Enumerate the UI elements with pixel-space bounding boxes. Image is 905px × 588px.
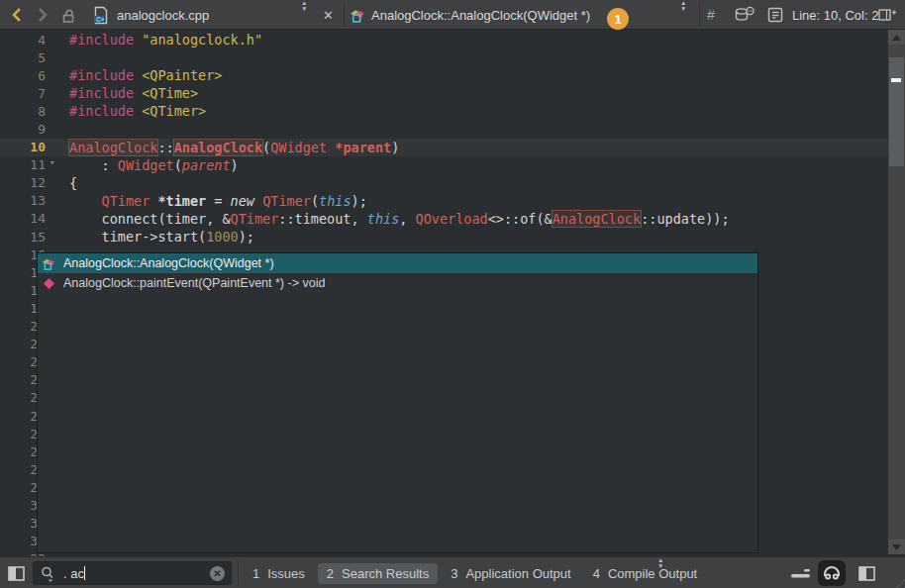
pane-button-compile-output[interactable]: 4Compile Output	[584, 563, 707, 584]
lock-button[interactable]	[60, 0, 77, 30]
macro-button[interactable]	[734, 0, 755, 30]
code-line[interactable]: 8#include <QTimer>	[0, 102, 888, 120]
split-icon	[878, 7, 896, 23]
back-button[interactable]	[10, 0, 24, 30]
document-properties-icon	[767, 7, 783, 23]
line-number[interactable]: 5	[0, 50, 46, 65]
line-number[interactable]: 4	[0, 33, 46, 48]
code-text: #include <QPainter>	[69, 67, 222, 83]
text-caret	[84, 566, 85, 580]
pane-number: 3	[451, 566, 457, 581]
pane-button-issues[interactable]: 1Issues	[244, 563, 314, 584]
status-bar: . ac ✕ 1Issues2Search Results3Applicatio…	[0, 556, 905, 588]
line-number[interactable]: 15	[0, 230, 46, 245]
clear-locator-button[interactable]: ✕	[210, 566, 225, 581]
hide-bottom-pane-button[interactable]	[791, 557, 811, 588]
pane-label: Search Results	[342, 566, 429, 581]
caret-down-icon: ▼	[680, 6, 686, 11]
code-line[interactable]: 14 connect(timer, &QTimer::timeout, this…	[0, 210, 888, 228]
code-line[interactable]: 9	[0, 120, 888, 138]
code-text: AnalogClock::AnalogClock(QWidget *parent…	[69, 140, 399, 155]
line-number[interactable]: 6	[0, 68, 46, 83]
close-icon: ✕	[323, 8, 334, 23]
locator-result-item[interactable]: AnalogClock::AnalogClock(QWidget *)	[38, 253, 757, 273]
document-selector-spinner[interactable]: ▲ ▼	[301, 0, 307, 30]
triangle-up-icon	[892, 35, 901, 41]
window-resize-grip[interactable]	[887, 570, 905, 588]
editor-scrollbar[interactable]	[888, 30, 905, 554]
chevron-right-icon	[36, 7, 50, 23]
locator-value: . ac	[63, 566, 84, 581]
scroll-down-button[interactable]	[888, 539, 905, 554]
preprocessor-button[interactable]: #	[707, 0, 715, 30]
code-text: #include <QTime>	[69, 85, 198, 101]
progress-details-button[interactable]	[818, 560, 846, 586]
symbol-method-icon	[42, 256, 56, 271]
search-icon	[40, 565, 56, 582]
code-line[interactable]: 11▾ : QWidget(parent)	[0, 156, 888, 174]
code-line[interactable]: 4#include "analogclock.h"	[0, 31, 888, 49]
scroll-up-button[interactable]	[888, 30, 905, 45]
code-line[interactable]: 6#include <QPainter>	[0, 66, 888, 84]
macro-icon	[734, 6, 755, 24]
code-line[interactable]: 12{	[0, 174, 888, 192]
open-document-selector[interactable]: analogclock.cpp	[117, 0, 209, 30]
toolbar-separator	[699, 3, 700, 27]
line-number[interactable]: 10	[0, 140, 46, 154]
file-properties-button[interactable]	[767, 0, 783, 30]
pane-number: 1	[252, 566, 259, 581]
clear-icon: ✕	[213, 568, 221, 579]
line-number[interactable]: 7	[0, 86, 46, 101]
code-line[interactable]: 7#include <QTime>	[0, 84, 888, 102]
line-number[interactable]: 13	[0, 193, 46, 208]
code-text: connect(timer, &QTimer::timeout, this, Q…	[69, 211, 730, 227]
goggles-icon	[823, 566, 841, 581]
right-panel-icon	[858, 566, 875, 581]
line-number[interactable]: 14	[0, 211, 46, 226]
pane-button-search-results[interactable]: 2Search Results	[318, 563, 438, 584]
minimize-icon	[791, 567, 811, 579]
forward-button[interactable]	[36, 0, 50, 30]
caret-down-icon: ▼	[301, 6, 307, 11]
code-text: timer->start(1000);	[69, 229, 254, 245]
code-line[interactable]: 15 timer->start(1000);	[0, 228, 888, 245]
locator-input[interactable]: . ac ✕	[33, 561, 232, 585]
toggle-right-sidebar-button[interactable]	[858, 557, 875, 588]
fold-marker-icon[interactable]: ▾	[50, 157, 54, 167]
scrollbar-position-marker	[891, 78, 901, 82]
symbol-selector-spinner[interactable]: ▲ ▼	[680, 0, 686, 30]
close-document-button[interactable]: ✕	[323, 0, 334, 30]
chevron-left-icon	[10, 7, 24, 23]
toolbar-separator	[344, 3, 345, 27]
code-text: QTimer *timer = new QTimer(this);	[69, 193, 367, 209]
pane-selector-spinner[interactable]: ▲ ▼	[657, 557, 663, 588]
unlocked-padlock-icon	[60, 7, 77, 24]
triangle-down-icon	[892, 544, 901, 550]
line-number[interactable]: 8	[0, 104, 46, 119]
code-line[interactable]: 13 QTimer *timer = new QTimer(this);	[0, 192, 888, 210]
split-editor-button[interactable]	[878, 0, 896, 30]
statusbar-separator	[238, 561, 239, 585]
code-editor[interactable]: 4#include "analogclock.h"56#include <QPa…	[0, 30, 905, 556]
pane-button-application-output[interactable]: 3Application Output	[442, 563, 579, 584]
symbol-method-icon	[350, 0, 366, 30]
locator-result-label: AnalogClock::AnalogClock(QWidget *)	[63, 256, 274, 270]
symbol-selector[interactable]: AnalogClock::AnalogClock(QWidget *)	[371, 0, 590, 30]
code-text: #include "analogclock.h"	[69, 32, 262, 48]
code-text: : QWidget(parent)	[69, 157, 239, 173]
locator-result-item[interactable]: AnalogClock::paintEvent(QPaintEvent *) -…	[38, 273, 757, 293]
editor-toolbar: C» analogclock.cpp ▲ ▼ ✕ AnalogClock::An…	[0, 0, 905, 30]
caret-down-icon: ▼	[657, 563, 663, 568]
line-number[interactable]: 11	[0, 157, 46, 172]
line-number[interactable]: 12	[0, 175, 46, 190]
line-number[interactable]: 9	[0, 122, 46, 137]
scrollbar-thumb[interactable]	[889, 57, 904, 166]
progress-badge: 1	[607, 8, 629, 30]
hash-icon: #	[707, 7, 715, 23]
code-text: #include <QTimer>	[69, 103, 206, 119]
pane-label: Issues	[267, 566, 305, 581]
code-line[interactable]: 10AnalogClock::AnalogClock(QWidget *pare…	[0, 139, 888, 156]
toggle-left-sidebar-button[interactable]	[8, 557, 25, 588]
svg-text:C»: C»	[96, 15, 105, 22]
code-line[interactable]: 5	[0, 49, 888, 66]
